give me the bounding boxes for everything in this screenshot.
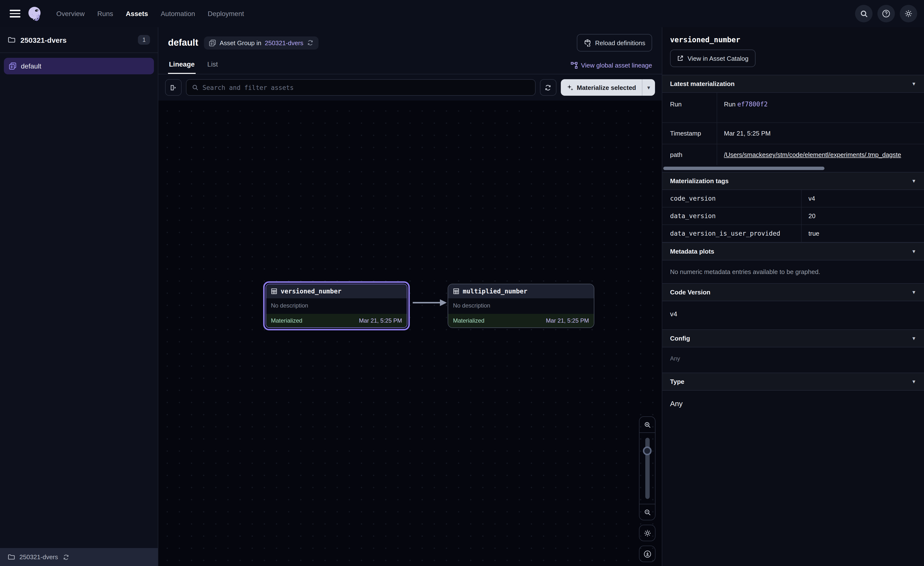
asset-node-description: No description — [266, 298, 407, 314]
asset-groups-sidebar: 250321-dvers 1 default — [0, 27, 158, 566]
horizontal-scrollbar[interactable] — [663, 167, 923, 170]
search-button[interactable] — [855, 5, 873, 23]
section-heading: Config — [670, 335, 690, 342]
refresh-icon[interactable] — [62, 554, 69, 560]
top-nav: Overview Runs Assets Automation Deployme… — [0, 0, 924, 27]
run-id-link[interactable]: ef7800f2 — [737, 101, 768, 108]
table-row: code_version v4 — [662, 190, 924, 208]
path-link[interactable]: /Users/smackesey/stm/code/elementl/exper… — [724, 151, 901, 158]
asset-group-badge: Asset Group in 250321-dvers — [204, 36, 318, 49]
section-materialization-tags[interactable]: Materialization tags ▼ — [662, 172, 924, 190]
materialize-dropdown-caret[interactable]: ▼ — [642, 79, 655, 96]
graph-settings-button[interactable] — [639, 525, 656, 541]
zoom-out-icon — [644, 509, 651, 516]
asset-node-description: No description — [448, 298, 594, 314]
sidebar-footer-repo-name: 250321-dvers — [20, 553, 58, 561]
asset-node-multiplied-number[interactable]: multiplied_number No description Materia… — [448, 284, 594, 328]
reload-definitions-label: Reload definitions — [595, 39, 645, 47]
row-value: Run ef7800f2 — [717, 93, 924, 122]
tab-lineage[interactable]: Lineage — [168, 56, 196, 74]
table-row: Run Run ef7800f2 — [662, 93, 924, 123]
table-row: path /Users/smackesey/stm/code/elementl/… — [662, 144, 924, 165]
table-icon — [453, 288, 459, 294]
run-value-prefix: Run — [724, 101, 736, 108]
type-value: Any — [662, 391, 924, 419]
section-code-version[interactable]: Code Version ▼ — [662, 283, 924, 301]
latest-materialization-table: Run Run ef7800f2 Timestamp Mar 21, 5:25 … — [662, 93, 924, 165]
table-row: data_version_is_user_provided true — [662, 225, 924, 242]
zoom-slider-knob[interactable] — [643, 447, 652, 455]
zoom-out-button[interactable] — [639, 504, 656, 520]
view-in-asset-catalog-button[interactable]: View in Asset Catalog — [670, 50, 755, 67]
table-icon — [271, 288, 277, 294]
nav-item-deployment[interactable]: Deployment — [208, 10, 244, 18]
view-global-label: View global asset lineage — [581, 62, 652, 69]
nav-item-overview[interactable]: Overview — [56, 10, 85, 18]
canvas-controls — [639, 416, 656, 562]
asset-node-name: multiplied_number — [463, 288, 527, 295]
config-value: Any — [662, 348, 924, 373]
external-link-icon — [677, 55, 684, 62]
zoom-in-button[interactable] — [639, 417, 656, 432]
table-row: Timestamp Mar 21, 5:25 PM — [662, 123, 924, 144]
lineage-canvas[interactable]: versioned_number No description Material… — [158, 101, 662, 566]
dagster-logo[interactable] — [26, 5, 43, 22]
tab-list[interactable]: List — [206, 56, 219, 74]
badge-prefix-label: Asset Group in — [220, 39, 261, 47]
sidebar-repo-row[interactable]: 250321-dvers 1 — [0, 27, 158, 53]
tag-key: data_version — [662, 208, 802, 224]
panel-expand-icon — [170, 84, 177, 91]
sidebar-footer-repo[interactable]: 250321-dvers — [0, 548, 158, 566]
row-label: path — [662, 144, 717, 165]
sidebar-item-default-group[interactable]: default — [4, 58, 154, 74]
nav-item-assets[interactable]: Assets — [126, 10, 148, 18]
settings-button[interactable] — [900, 5, 917, 23]
lineage-graph-icon — [570, 62, 578, 69]
section-heading: Type — [670, 378, 684, 385]
reload-cube-icon — [584, 39, 591, 47]
section-config[interactable]: Config ▼ — [662, 330, 924, 348]
badge-repo-link[interactable]: 250321-dvers — [265, 39, 303, 47]
tag-value: v4 — [802, 190, 924, 207]
chevron-down-icon: ▼ — [911, 379, 916, 384]
main-content: default Asset Group in 250321-dvers — [158, 27, 662, 566]
zoom-slider[interactable] — [639, 432, 656, 504]
refresh-graph-button[interactable] — [540, 79, 556, 96]
view-tabs: Lineage List View global asset lineage — [158, 54, 662, 74]
zoom-in-icon — [644, 421, 651, 428]
chevron-down-icon: ▼ — [911, 289, 916, 295]
help-button[interactable] — [878, 5, 895, 23]
asset-node-versioned-number[interactable]: versioned_number No description Material… — [263, 281, 410, 330]
asset-details-panel: versioned_number View in Asset Catalog L… — [662, 27, 924, 566]
asset-group-icon — [209, 39, 216, 47]
code-version-value: v4 — [662, 301, 924, 330]
section-heading: Code Version — [670, 289, 710, 296]
asset-search-box — [186, 79, 536, 96]
reload-definitions-button[interactable]: Reload definitions — [577, 34, 652, 51]
row-label: Timestamp — [662, 123, 717, 144]
materialize-sparkle-icon — [567, 84, 573, 91]
expand-sidebar-button[interactable] — [165, 79, 182, 96]
section-heading: Materialization tags — [670, 177, 729, 185]
nav-item-automation[interactable]: Automation — [161, 10, 195, 18]
app-window: Overview Runs Assets Automation Deployme… — [0, 0, 924, 566]
folder-icon — [8, 36, 15, 44]
section-heading: Latest materialization — [670, 80, 735, 87]
hamburger-menu-icon[interactable] — [7, 5, 23, 22]
refresh-icon[interactable] — [307, 39, 314, 46]
download-graph-button[interactable] — [639, 546, 656, 562]
search-input[interactable] — [202, 84, 530, 91]
chevron-down-icon: ▼ — [911, 249, 916, 254]
materialize-selected-button[interactable]: Materialize selected ▼ — [561, 79, 655, 96]
section-metadata-plots[interactable]: Metadata plots ▼ — [662, 242, 924, 260]
view-global-asset-lineage-link[interactable]: View global asset lineage — [570, 62, 652, 74]
sidebar-group-label: default — [21, 62, 41, 70]
scrollbar-thumb[interactable] — [663, 167, 825, 170]
asset-node-status: Materialized — [271, 317, 302, 324]
section-type[interactable]: Type ▼ — [662, 373, 924, 391]
section-latest-materialization[interactable]: Latest materialization ▼ — [662, 75, 924, 93]
asset-node-timestamp: Mar 21, 5:25 PM — [546, 317, 589, 324]
nav-item-runs[interactable]: Runs — [98, 10, 113, 18]
download-icon — [643, 550, 651, 558]
chevron-down-icon: ▼ — [911, 81, 916, 86]
